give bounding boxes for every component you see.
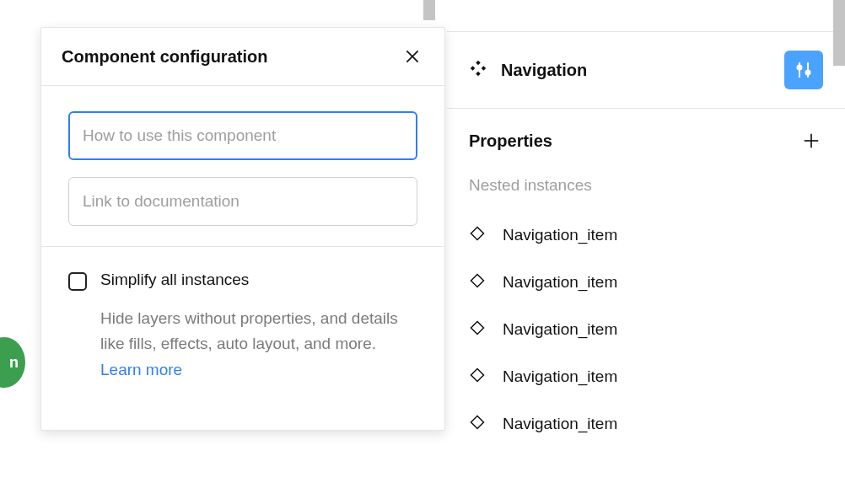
instance-diamond-icon xyxy=(469,272,486,292)
right-sidebar: Navigation Properties Nested instances xyxy=(447,0,845,504)
instance-label: Navigation_item xyxy=(503,273,617,292)
nested-instances-label: Nested instances xyxy=(469,176,823,195)
instance-label: Navigation_item xyxy=(503,367,617,386)
component-configuration-modal: Component configuration Simplify all ins… xyxy=(40,27,445,431)
simplify-checkbox-row: Simplify all instances xyxy=(68,271,417,291)
svg-point-3 xyxy=(806,71,810,75)
sidebar-header-left: Navigation xyxy=(469,59,587,81)
modal-header: Component configuration xyxy=(41,28,444,86)
simplify-description: Hide layers without properties, and deta… xyxy=(100,306,417,383)
documentation-link-input[interactable] xyxy=(68,177,417,226)
simplify-checkbox[interactable] xyxy=(68,272,87,291)
instance-item[interactable]: Navigation_item xyxy=(469,353,823,400)
instance-item[interactable]: Navigation_item xyxy=(469,212,823,259)
instance-item[interactable]: Navigation_item xyxy=(469,259,823,306)
simplify-section: Simplify all instances Hide layers witho… xyxy=(41,247,444,430)
svg-point-2 xyxy=(798,66,802,70)
instance-label: Navigation_item xyxy=(503,226,617,244)
floating-badge[interactable]: n xyxy=(0,337,25,388)
sidebar-top-divider xyxy=(447,0,845,32)
sidebar-header: Navigation xyxy=(447,32,845,109)
instance-list: Navigation_item Navigation_item Navigati… xyxy=(469,212,823,448)
instance-diamond-icon xyxy=(469,225,486,245)
instance-label: Navigation_item xyxy=(503,320,617,339)
instance-diamond-icon xyxy=(469,319,486,340)
add-property-button[interactable] xyxy=(799,129,823,153)
learn-more-link[interactable]: Learn more xyxy=(100,361,182,378)
modal-body xyxy=(41,86,444,247)
simplify-label: Simplify all instances xyxy=(100,271,249,289)
component-icon xyxy=(469,59,487,81)
component-name: Navigation xyxy=(501,61,587,80)
instance-label: Navigation_item xyxy=(503,415,617,433)
properties-section: Properties Nested instances Navigation_i… xyxy=(447,109,845,448)
close-button[interactable] xyxy=(401,45,424,68)
modal-title: Component configuration xyxy=(62,47,267,67)
instance-diamond-icon xyxy=(469,414,486,434)
simplify-description-text: Hide layers without properties, and deta… xyxy=(100,309,398,352)
component-settings-button[interactable] xyxy=(784,51,823,89)
instance-item[interactable]: Navigation_item xyxy=(469,400,823,448)
panel-divider xyxy=(423,0,435,20)
floating-badge-letter: n xyxy=(9,354,19,372)
how-to-use-input[interactable] xyxy=(68,111,417,160)
instance-item[interactable]: Navigation_item xyxy=(469,306,823,353)
properties-header: Properties xyxy=(469,129,823,153)
instance-diamond-icon xyxy=(469,367,486,387)
scrollbar-thumb[interactable] xyxy=(833,0,845,66)
properties-title: Properties xyxy=(469,131,552,151)
